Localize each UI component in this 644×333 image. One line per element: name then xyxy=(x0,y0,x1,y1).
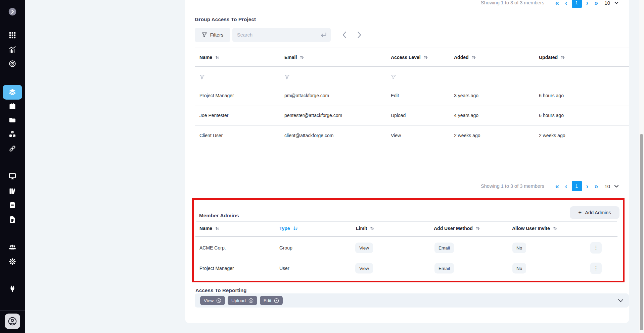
add-user-method-badge: Email xyxy=(434,263,454,274)
pagination-summary: Showing 1 to 3 of 3 members xyxy=(481,183,544,189)
cell-email: pm@attackforge.com xyxy=(284,93,329,98)
filters-button[interactable]: Filters xyxy=(195,28,230,42)
access-to-reporting-select[interactable]: View Upload Edit xyxy=(195,293,629,308)
sort-icon xyxy=(215,55,220,60)
pagination-summary: Showing 1 to 3 of 3 members xyxy=(481,0,544,5)
expand-sidebar-icon[interactable] xyxy=(8,8,16,16)
sidebar xyxy=(0,0,25,333)
page-size-select[interactable]: 10 xyxy=(604,0,619,6)
add-admins-button[interactable]: + Add Admins xyxy=(570,206,619,219)
page-size-select[interactable]: 10 xyxy=(604,183,619,189)
last-page-button[interactable]: » xyxy=(591,0,601,6)
tag-edit[interactable]: Edit xyxy=(260,296,283,305)
cell-email: pentester@attackforge.com xyxy=(284,113,342,118)
sort-descending-icon xyxy=(293,226,298,231)
column-header-name[interactable]: Name xyxy=(199,55,220,60)
sort-icon xyxy=(475,226,480,231)
column-header-type-sorted[interactable]: Type xyxy=(279,226,298,231)
cell-type: Group xyxy=(279,245,292,251)
current-page-button[interactable]: 1 xyxy=(572,181,582,191)
cell-type: User xyxy=(279,266,289,271)
cell-email: client@attackforge.com xyxy=(284,133,334,138)
folder-icon[interactable] xyxy=(8,116,16,124)
column-header-add-user-method[interactable]: Add User Method xyxy=(434,226,480,231)
row-actions-kebab-button[interactable]: ⋮ xyxy=(590,263,602,274)
header-divider xyxy=(195,66,629,67)
sort-icon xyxy=(553,226,557,231)
account-avatar[interactable] xyxy=(5,314,20,329)
settings-gear-icon[interactable] xyxy=(8,258,16,266)
row-actions-kebab-button[interactable]: ⋮ xyxy=(590,242,602,254)
users-icon[interactable] xyxy=(8,243,16,251)
remove-tag-icon[interactable] xyxy=(216,298,221,303)
allow-user-invite-badge: No xyxy=(512,243,526,253)
tag-view[interactable]: View xyxy=(200,296,225,305)
first-page-button[interactable]: « xyxy=(552,183,562,189)
add-user-method-badge: Email xyxy=(434,243,454,253)
table-bottom-border xyxy=(195,178,629,178)
column-header-email[interactable]: Email xyxy=(284,55,304,60)
prev-page-button[interactable]: ‹ xyxy=(562,0,570,6)
search-input[interactable] xyxy=(232,32,320,38)
email-filter-funnel[interactable] xyxy=(283,73,291,82)
chevron-down-icon xyxy=(614,185,619,188)
remove-tag-icon[interactable] xyxy=(248,298,254,303)
document-icon[interactable] xyxy=(8,216,16,224)
chevron-down-icon xyxy=(614,1,619,4)
apps-grid-icon[interactable] xyxy=(8,31,16,39)
link-icon[interactable] xyxy=(8,145,16,153)
prev-section-button[interactable] xyxy=(340,30,348,40)
calendar-icon[interactable] xyxy=(8,102,16,110)
cell-name: Joe Pentester xyxy=(199,113,228,118)
red-highlight-annotation xyxy=(192,198,625,282)
plug-icon[interactable] xyxy=(8,285,16,293)
table-row[interactable]: Client User client@attackforge.com View … xyxy=(195,125,629,146)
sidebar-divider xyxy=(0,310,25,311)
limit-badge: View xyxy=(355,243,373,253)
member-admins-title: Member Admins xyxy=(199,213,239,218)
column-header-added[interactable]: Added xyxy=(454,55,476,60)
row-divider xyxy=(195,258,617,258)
column-header-limit[interactable]: Limit xyxy=(356,226,374,231)
remove-tag-icon[interactable] xyxy=(274,298,279,303)
header-divider xyxy=(195,236,617,237)
monitor-icon[interactable] xyxy=(8,172,16,180)
scrollbar-thumb[interactable] xyxy=(640,134,643,330)
cell-name: Project Manager xyxy=(199,93,234,98)
current-page-button[interactable]: 1 xyxy=(572,0,582,8)
next-page-button[interactable]: › xyxy=(583,183,592,189)
avatar-person-icon xyxy=(8,317,17,326)
plus-icon: + xyxy=(578,209,582,216)
search-box xyxy=(232,28,331,42)
column-header-name[interactable]: Name xyxy=(199,226,220,231)
next-page-button[interactable]: › xyxy=(583,0,592,6)
book-icon[interactable] xyxy=(8,201,16,209)
enter-key-icon xyxy=(320,32,327,38)
group-access-title: Group Access To Project xyxy=(195,16,256,22)
column-header-allow-user-invite[interactable]: Allow User Invite xyxy=(512,226,557,231)
last-page-button[interactable]: » xyxy=(591,183,601,189)
cell-updated: 6 hours ago xyxy=(539,113,564,118)
table-row[interactable]: Joe Pentester pentester@attackforge.com … xyxy=(195,106,629,125)
limit-badge: View xyxy=(355,263,373,274)
tag-upload[interactable]: Upload xyxy=(228,296,257,305)
cell-name: Client User xyxy=(199,133,223,138)
chevron-down-icon[interactable] xyxy=(618,299,624,302)
app-screen: Showing 1 to 3 of 3 members « ‹ 1 › » 10… xyxy=(0,0,644,333)
library-icon[interactable] xyxy=(8,187,16,195)
prev-page-button[interactable]: ‹ xyxy=(562,183,570,189)
name-filter-funnel[interactable] xyxy=(198,73,206,82)
first-page-button[interactable]: « xyxy=(552,0,562,6)
scrollbar-track[interactable] xyxy=(639,0,644,333)
next-section-button[interactable] xyxy=(356,30,363,40)
cell-access-level: Upload xyxy=(391,113,406,118)
access-level-filter-funnel[interactable] xyxy=(389,73,398,82)
target-icon[interactable] xyxy=(8,60,16,68)
table-row[interactable]: Project Manager pm@attackforge.com Edit … xyxy=(195,86,629,106)
cell-updated: 2 weeks ago xyxy=(539,133,565,138)
column-header-access-level[interactable]: Access Level xyxy=(391,55,428,60)
sidebar-item-projects-active[interactable] xyxy=(3,85,22,100)
column-header-updated[interactable]: Updated xyxy=(539,55,565,60)
analytics-icon[interactable] xyxy=(8,46,16,54)
dice-icon[interactable] xyxy=(8,130,16,138)
